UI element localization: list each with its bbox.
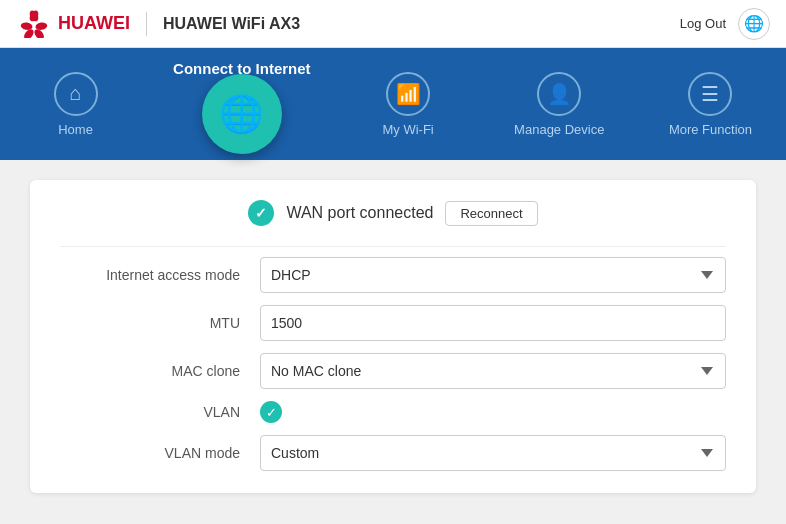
header-actions: Log Out 🌐 [680, 8, 770, 40]
home-icon: ⌂ [70, 82, 82, 105]
nav-wifi-label: My Wi-Fi [382, 122, 433, 137]
app-header: HUAWEI HUAWEI WiFi AX3 Log Out 🌐 [0, 0, 786, 48]
nav-item-more[interactable]: ☰ More Function [635, 48, 786, 160]
connection-card: ✓ WAN port connected Reconnect Internet … [30, 180, 756, 493]
status-message: WAN port connected [286, 204, 433, 222]
wifi-icon: 📶 [396, 82, 421, 106]
vlan-mode-select[interactable]: Custom Auto [260, 435, 726, 471]
vlan-check-icon: ✓ [266, 405, 277, 420]
status-row: ✓ WAN port connected Reconnect [60, 200, 726, 226]
vlan-checkbox[interactable]: ✓ [260, 401, 282, 423]
language-button[interactable]: 🌐 [738, 8, 770, 40]
logo-area: HUAWEI HUAWEI WiFi AX3 [16, 10, 300, 38]
form-row-mtu: MTU [60, 305, 726, 341]
svg-point-1 [28, 10, 40, 23]
main-nav: ⌂ Home Connect to Internet 🌐 📶 My Wi-Fi … [0, 48, 786, 160]
nav-more-label: More Function [669, 122, 752, 137]
status-check-icon: ✓ [248, 200, 274, 226]
mac-clone-select[interactable]: No MAC clone Auto Custom [260, 353, 726, 389]
connect-globe-icon: 🌐 [219, 93, 264, 135]
form-section: Internet access mode DHCP PPPoE Static I… [60, 246, 726, 471]
logout-button[interactable]: Log Out [680, 16, 726, 31]
nav-manage-label: Manage Device [514, 122, 604, 137]
mtu-label: MTU [60, 315, 260, 331]
nav-item-connect[interactable]: Connect to Internet 🌐 [151, 48, 332, 160]
vlan-label: VLAN [60, 404, 260, 420]
vlan-mode-label: VLAN mode [60, 445, 260, 461]
form-row-mac-clone: MAC clone No MAC clone Auto Custom [60, 353, 726, 389]
nav-item-manage[interactable]: 👤 Manage Device [484, 48, 635, 160]
menu-icon: ☰ [701, 82, 719, 106]
home-icon-circle: ⌂ [54, 72, 98, 116]
nav-item-wifi[interactable]: 📶 My Wi-Fi [333, 48, 484, 160]
nav-item-home[interactable]: ⌂ Home [0, 48, 151, 160]
wifi-icon-circle: 📶 [386, 72, 430, 116]
connect-icon-bubble: 🌐 [202, 74, 282, 154]
form-row-internet-access-mode: Internet access mode DHCP PPPoE Static I… [60, 257, 726, 293]
person-icon: 👤 [547, 82, 572, 106]
nav-connect-label: Connect to Internet [173, 60, 311, 77]
form-row-vlan: VLAN ✓ [60, 401, 726, 423]
product-name: HUAWEI WiFi AX3 [163, 15, 300, 33]
checkmark-icon: ✓ [255, 205, 267, 221]
brand-name: HUAWEI [58, 13, 130, 34]
manage-icon-circle: 👤 [537, 72, 581, 116]
internet-access-mode-select[interactable]: DHCP PPPoE Static IP [260, 257, 726, 293]
internet-access-mode-label: Internet access mode [60, 267, 260, 283]
huawei-logo-icon [16, 10, 52, 38]
mtu-input[interactable] [260, 305, 726, 341]
form-row-vlan-mode: VLAN mode Custom Auto [60, 435, 726, 471]
nav-home-label: Home [58, 122, 93, 137]
main-content: ✓ WAN port connected Reconnect Internet … [0, 160, 786, 524]
mac-clone-label: MAC clone [60, 363, 260, 379]
globe-icon: 🌐 [744, 14, 764, 33]
more-icon-circle: ☰ [688, 72, 732, 116]
reconnect-button[interactable]: Reconnect [445, 201, 537, 226]
logo-divider [146, 12, 147, 36]
